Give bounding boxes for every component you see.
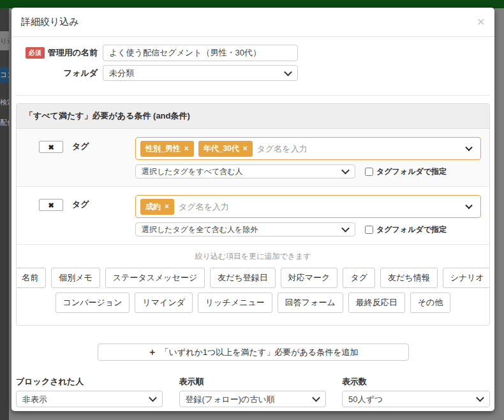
condition-row: ✖ タグ 成約 × 選択したタ: [17, 187, 489, 245]
modal-header: 詳細絞り込み ×: [11, 8, 494, 37]
chip-remove-icon[interactable]: ×: [165, 202, 169, 211]
order-label: 表示順: [179, 376, 326, 387]
add-item-button-friend-date[interactable]: 友だち登録日: [210, 268, 276, 288]
modal-title: 詳細絞り込み: [21, 16, 79, 28]
background-fragment-active-tab: コス: [0, 67, 9, 82]
tag-select-box[interactable]: 性別_男性 × 年代_30代 ×: [135, 137, 481, 160]
chevron-down-icon: [465, 202, 472, 209]
detail-filter-modal: 詳細絞り込み × 必須 管理用の名前 フォルダ 未分類: [11, 8, 494, 411]
condition-type-label: タグ: [72, 141, 89, 152]
add-item-button-friend-info[interactable]: 友だち情報: [380, 268, 438, 288]
chip-remove-icon[interactable]: ×: [243, 144, 248, 153]
and-condition-section: 「すべて満たす」必要がある条件 (and条件) ✖ タグ 性別_男性 × 年代_…: [16, 103, 490, 326]
tag-folder-checkbox[interactable]: [365, 226, 373, 234]
tag-select-box[interactable]: 成約 ×: [135, 195, 481, 218]
and-section-header: 「すべて満たす」必要がある条件 (and条件): [17, 104, 489, 129]
add-item-button-tag[interactable]: タグ: [343, 268, 375, 288]
add-item-button-rich-menu[interactable]: リッチメニュー: [198, 293, 272, 313]
order-select[interactable]: 登録(フォロー)の古い順: [179, 391, 326, 407]
chip-remove-icon[interactable]: ×: [184, 144, 189, 153]
add-item-area: 絞り込む項目を更に追加できます 名前 個別メモ ステータスメッセージ 友だち登録…: [17, 245, 489, 325]
name-label: 管理用の名前: [48, 47, 98, 59]
background-fragment: り込: [0, 31, 9, 50]
add-item-button-other[interactable]: その他: [410, 293, 451, 313]
order-select-wrap: 登録(フォロー)の古い順: [179, 391, 326, 407]
background-sidebar: り込 コス 検索 配信: [0, 8, 9, 420]
add-item-button-scenario[interactable]: シナリオ: [443, 268, 490, 288]
condition-type-label: タグ: [72, 199, 89, 210]
add-item-button-name[interactable]: 名前: [16, 268, 46, 288]
tag-folder-checkbox[interactable]: [365, 168, 373, 176]
plus-icon: ＋: [148, 347, 157, 357]
folder-label: フォルダ: [64, 68, 98, 79]
top-form: 必須 管理用の名前 フォルダ 未分類: [16, 37, 490, 95]
add-item-button-memo[interactable]: 個別メモ: [51, 268, 100, 288]
count-select[interactable]: 50人ずつ: [342, 391, 490, 407]
tag-chip[interactable]: 成約 ×: [140, 199, 174, 215]
tag-folder-checkbox-row: タグフォルダで指定: [365, 166, 447, 177]
tag-match-select[interactable]: 選択したタグをすべて含む人: [135, 164, 355, 178]
count-select-wrap: 50人ずつ: [342, 391, 490, 407]
folder-select-wrap: 未分類: [103, 65, 298, 81]
condition-row: ✖ タグ 性別_男性 × 年代_30代 ×: [17, 129, 489, 187]
add-item-hint: 絞り込む項目を更に追加できます: [17, 251, 489, 262]
add-item-button-last-response[interactable]: 最終反応日: [348, 293, 405, 313]
match-select-wrap: 選択したタグを全て含む人を除外: [135, 222, 355, 236]
required-badge: 必須: [26, 47, 45, 59]
chevron-down-icon: [465, 144, 472, 151]
add-item-button-reminder[interactable]: リマインダ: [135, 293, 193, 313]
remove-condition-icon[interactable]: ✖: [39, 199, 63, 211]
background-fragment: 検索: [0, 98, 9, 107]
background-fragment: 配信: [0, 118, 9, 127]
blocked-select[interactable]: 非表示: [16, 391, 163, 407]
add-item-button-answer-form[interactable]: 回答フォーム: [278, 293, 343, 313]
tag-chip[interactable]: 性別_男性 ×: [140, 141, 194, 157]
blocked-label: ブロックされた人: [16, 376, 163, 387]
add-item-button-status-message[interactable]: ステータスメッセージ: [105, 268, 205, 288]
folder-select[interactable]: 未分類: [103, 65, 298, 81]
remove-condition-icon[interactable]: ✖: [39, 141, 63, 153]
tag-folder-checkbox-row: タグフォルダで指定: [365, 224, 447, 235]
footer-controls: ブロックされた人 非表示 表示順 登録(フォロー)の古い順 表示数: [16, 376, 490, 407]
admin-name-input[interactable]: [103, 45, 298, 61]
tag-chip[interactable]: 年代_30代 ×: [198, 141, 253, 157]
blocked-select-wrap: 非表示: [16, 391, 163, 407]
add-item-button-conversion[interactable]: コンバージョン: [56, 293, 130, 313]
tag-match-select[interactable]: 選択したタグを全て含む人を除外: [135, 222, 355, 236]
add-item-button-mark[interactable]: 対応マーク: [281, 268, 338, 288]
form-divider: [16, 95, 490, 96]
count-label: 表示数: [342, 376, 490, 387]
close-icon[interactable]: ×: [477, 16, 485, 27]
add-or-condition-button[interactable]: ＋「いずれか1つ以上を満たす」必要がある条件を追加: [98, 344, 409, 361]
tag-name-input[interactable]: [179, 202, 459, 212]
tag-name-input[interactable]: [257, 144, 459, 154]
match-select-wrap: 選択したタグをすべて含む人: [135, 164, 355, 178]
